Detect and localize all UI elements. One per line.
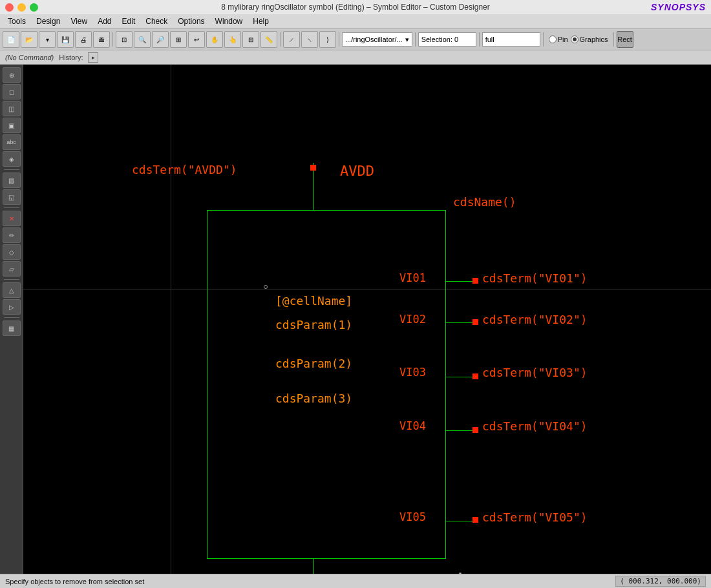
wire3-button[interactable]: ⟩ xyxy=(319,31,336,48)
vi05-dot xyxy=(472,517,478,523)
symbol-box xyxy=(207,210,446,559)
print2-button[interactable]: 🖶 xyxy=(93,31,110,48)
wire-button[interactable]: ⟋ xyxy=(283,31,300,48)
selection-field[interactable]: Selection: 0 xyxy=(418,32,476,47)
traffic-lights xyxy=(5,3,38,12)
menubar-item-window[interactable]: Window xyxy=(210,16,248,27)
vi02-term-label: cdsTerm("VI02") xyxy=(482,313,588,326)
lt-chart[interactable]: ▦ xyxy=(3,320,21,336)
lt-sep3 xyxy=(4,279,19,280)
small-dot xyxy=(459,572,462,574)
lt-rect[interactable]: ◻ xyxy=(3,84,21,100)
avdd-term-label: cdsTerm("AVDD") xyxy=(132,163,237,176)
rect-label: Rect xyxy=(617,36,632,43)
path-dropdown-arrow: ▾ xyxy=(405,36,409,44)
menubar-item-design[interactable]: Design xyxy=(31,16,65,27)
new-button[interactable]: 📄 xyxy=(3,31,19,48)
cds-name-label: cdsName() xyxy=(453,195,516,209)
vi03-dot xyxy=(472,373,478,379)
menubar-item-options[interactable]: Options xyxy=(173,16,209,27)
path-dropdown[interactable]: .../ringOscillator/... ▾ xyxy=(342,32,412,47)
menubar-item-edit[interactable]: Edit xyxy=(117,16,141,27)
vi05-term-label: cdsTerm("VI05") xyxy=(482,510,588,524)
mode-radio-group: Pin Graphics xyxy=(546,36,611,43)
lt-delete[interactable]: ✕ xyxy=(3,211,21,226)
open-dropdown[interactable]: ▾ xyxy=(39,31,56,48)
menubar: ToolsDesignViewAddEditCheckOptionsWindow… xyxy=(0,14,711,28)
vi01-term-label: cdsTerm("VI01") xyxy=(482,271,588,285)
graphics-radio-circle xyxy=(571,36,578,43)
lt-label[interactable]: ◈ xyxy=(3,151,21,167)
lt-wire[interactable]: ◱ xyxy=(3,189,21,205)
menubar-item-help[interactable]: Help xyxy=(248,16,274,27)
lt-select[interactable]: ⊕ xyxy=(3,67,21,83)
vi02-dot xyxy=(472,319,478,325)
sep4 xyxy=(415,32,416,47)
menubar-item-tools[interactable]: Tools xyxy=(3,16,31,27)
open-button[interactable]: 📂 xyxy=(21,31,37,48)
lt-poly[interactable]: ◫ xyxy=(3,101,21,116)
history-button[interactable]: ▸ xyxy=(88,52,98,63)
avss-wire xyxy=(313,559,314,574)
synopsys-logo: SYNOPSYS xyxy=(651,2,706,12)
window-title: 8 mylibrary ringOscillator symbol (Editi… xyxy=(221,3,489,12)
ruler-button[interactable]: 📏 xyxy=(260,31,277,48)
canvas[interactable]: cdsTerm("AVDD") AVDD cdsName() VI01 cdsT… xyxy=(23,65,711,574)
pin-radio-label: Pin xyxy=(558,36,568,43)
lt-instance[interactable]: ▧ xyxy=(3,173,21,188)
lt-measure[interactable]: △ xyxy=(3,282,21,298)
zoom-select-button[interactable]: ⊞ xyxy=(170,31,187,48)
pan2-button[interactable]: 👆 xyxy=(224,31,241,48)
graphics-radio[interactable]: Graphics xyxy=(571,36,608,43)
pan-button[interactable]: ✋ xyxy=(206,31,223,48)
path-label: .../ringOscillator/... xyxy=(345,36,403,43)
avdd-pin-label: AVDD xyxy=(340,163,374,179)
lt-copy[interactable]: ▱ xyxy=(3,261,21,277)
menubar-item-add[interactable]: Add xyxy=(92,16,116,27)
no-command-label: (No Command) xyxy=(5,54,54,61)
lt-ellipse[interactable]: ▣ xyxy=(3,118,21,133)
wire2-button[interactable]: ⟍ xyxy=(301,31,318,48)
menubar-item-check[interactable]: Check xyxy=(140,16,173,27)
zoom-label: full xyxy=(485,36,494,43)
main: ⊕ ◻ ◫ ▣ abc ◈ ▧ ◱ ✕ ✏ ◇ ▱ △ ▷ ▦ xyxy=(0,65,711,574)
menubar-item-view[interactable]: View xyxy=(65,16,92,27)
toolbar: 📄 📂 ▾ 💾 🖨 🖶 ⊡ 🔍 🔎 ⊞ ↩ ✋ 👆 ⊟ 📏 ⟋ ⟍ ⟩ .../… xyxy=(0,28,711,50)
lt-sep4 xyxy=(4,317,19,318)
left-toolbar: ⊕ ◻ ◫ ▣ abc ◈ ▧ ◱ ✕ ✏ ◇ ▱ △ ▷ ▦ xyxy=(0,65,23,574)
titlebar: 8 mylibrary ringOscillator symbol (Editi… xyxy=(0,0,711,14)
sep7 xyxy=(613,32,614,47)
vi04-dot xyxy=(472,427,478,433)
graphics-radio-label: Graphics xyxy=(580,36,608,43)
sep5 xyxy=(479,32,480,47)
lt-sep1 xyxy=(4,169,19,170)
save-button[interactable]: 💾 xyxy=(57,31,74,48)
selection-label: Selection: 0 xyxy=(421,36,458,43)
close-button[interactable] xyxy=(5,3,14,12)
sep1 xyxy=(112,32,113,47)
zoom-out-button[interactable]: 🔎 xyxy=(152,31,169,48)
zoom-in-button[interactable]: 🔍 xyxy=(134,31,151,48)
zoom-prev-button[interactable]: ↩ xyxy=(188,31,205,48)
maximize-button[interactable] xyxy=(30,3,38,12)
coordinates: ( 000.312, 000.000) xyxy=(615,576,706,587)
lt-edit[interactable]: ✏ xyxy=(3,227,21,243)
lt-probe[interactable]: ▷ xyxy=(3,299,21,315)
snap-button[interactable]: ⊟ xyxy=(242,31,259,48)
print-button[interactable]: 🖨 xyxy=(75,31,92,48)
sep3 xyxy=(339,32,339,47)
lt-text[interactable]: abc xyxy=(3,134,21,150)
status-message: Specify objects to remove from selection… xyxy=(5,578,144,585)
minimize-button[interactable] xyxy=(17,3,26,12)
origin-dot xyxy=(264,285,268,289)
lt-move[interactable]: ◇ xyxy=(3,244,21,260)
zoom-fit-button[interactable]: ⊡ xyxy=(116,31,133,48)
rect-button[interactable]: Rect xyxy=(617,31,633,48)
sep2 xyxy=(280,32,281,47)
pin-radio[interactable]: Pin xyxy=(549,36,568,43)
history-label: History: xyxy=(59,54,83,61)
statusbar: Specify objects to remove from selection… xyxy=(0,574,711,588)
zoom-field[interactable]: full xyxy=(482,32,540,47)
crosshair-vertical xyxy=(171,65,171,574)
sep6 xyxy=(543,32,544,47)
